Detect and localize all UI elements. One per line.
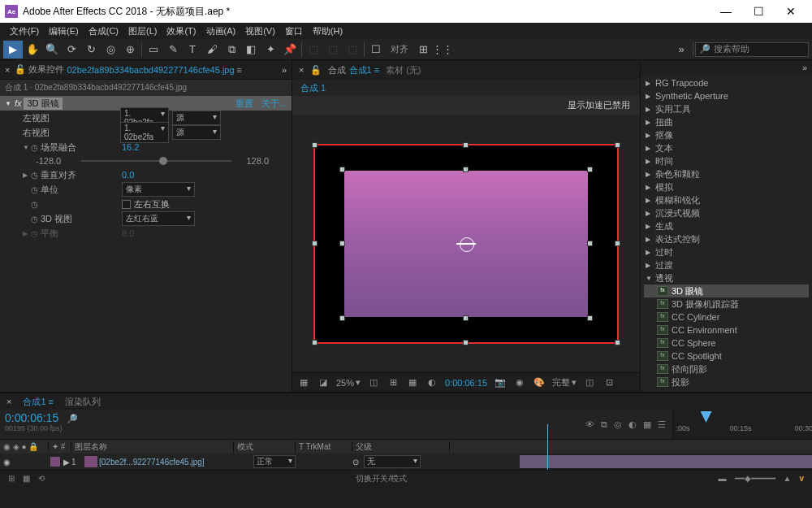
ep-cat[interactable]: ▶时间	[644, 154, 809, 167]
scene-merge-slider[interactable]: -128.0 128.0	[0, 154, 292, 167]
vf-res-icon[interactable]: ◫	[367, 377, 380, 388]
roto-tool-icon[interactable]: ✦	[261, 41, 280, 59]
ep-item[interactable]: fx投影	[644, 376, 809, 389]
vf-mask-icon[interactable]: ◪	[317, 377, 330, 388]
tl-graph-icon[interactable]: ⧉	[601, 419, 607, 430]
tl-video-icon[interactable]: v	[799, 474, 804, 483]
layer-row[interactable]: ◉ ▶ 1 [02be2f...92277146cfe45.jpg] 正常▾ ⊙…	[0, 454, 520, 470]
sel-br[interactable]	[587, 315, 593, 321]
ep-cat[interactable]: ▶过时	[644, 245, 809, 258]
menu-view[interactable]: 视图(V)	[242, 24, 279, 39]
ep-cat[interactable]: ▶沉浸式视频	[644, 206, 809, 219]
camera-tool-icon[interactable]: ◎	[101, 41, 120, 59]
layer-color[interactable]	[50, 457, 60, 467]
tl-brainstorm-icon[interactable]: ☰	[658, 419, 666, 430]
col-trkmat[interactable]: T TrkMat	[296, 442, 352, 451]
about-link[interactable]: 关于...	[261, 98, 287, 110]
sel-r[interactable]	[587, 241, 593, 246]
viewer-tab-footage[interactable]: 素材 (无)	[386, 64, 421, 76]
handle-tl[interactable]	[312, 142, 317, 148]
ep-item[interactable]: fx3D 摄像机跟踪器	[644, 297, 809, 310]
snap-checkbox[interactable]: ☐	[366, 41, 386, 59]
maximize-button[interactable]: ☐	[742, 0, 775, 23]
ep-item[interactable]: fxCC Sphere	[644, 336, 809, 350]
viewer-close-icon[interactable]: ×	[299, 65, 304, 75]
reset-link[interactable]: 重置	[235, 98, 253, 110]
sel-l[interactable]	[339, 241, 345, 246]
tl-motionblur-icon[interactable]: ◐	[628, 419, 637, 430]
menu-edit[interactable]: 编辑(E)	[45, 24, 82, 39]
handle-t[interactable]	[463, 142, 469, 148]
viewer-canvas[interactable]	[292, 115, 640, 372]
snap2-icon[interactable]: ⋮⋮	[433, 41, 452, 59]
tl-shy-icon[interactable]: 👁	[585, 419, 594, 429]
vf-time[interactable]: 0:00:06:15	[445, 378, 487, 388]
col-parent[interactable]: 父级	[352, 441, 450, 453]
tl-cache-icon[interactable]: ▦	[643, 419, 651, 430]
tl-search-icon[interactable]: 🔎	[67, 414, 78, 424]
selection-tool-icon[interactable]: ▶	[3, 41, 23, 59]
workspace-icon[interactable]: »	[672, 41, 691, 59]
scene-merge-value[interactable]: 16.2	[122, 142, 139, 152]
handle-br[interactable]	[615, 340, 620, 345]
swap-checkbox[interactable]	[122, 200, 131, 209]
col-mode[interactable]: 模式	[234, 441, 296, 453]
clone-tool-icon[interactable]: ⧉	[222, 41, 241, 59]
tl-frame-icon[interactable]: ▦	[23, 474, 30, 483]
handle-r[interactable]	[615, 241, 620, 246]
ep-cat[interactable]: ▶扭曲	[644, 115, 809, 128]
eraser-tool-icon[interactable]: ◧	[241, 41, 261, 59]
tl-tab-render[interactable]: 渲染队列	[65, 396, 101, 408]
hand-tool-icon[interactable]: ✋	[23, 41, 42, 59]
vf-exposure-icon[interactable]: ◫	[583, 377, 596, 388]
pen-tool-icon[interactable]: ✎	[163, 41, 183, 59]
sel-tl[interactable]	[339, 167, 345, 172]
current-time[interactable]: 0:00:06:15	[5, 411, 58, 424]
layer-name[interactable]: [02be2f...92277146cfe45.jpg]	[99, 458, 253, 467]
ep-item[interactable]: fxCC Spotlight	[644, 350, 809, 363]
left-source-select[interactable]: 源▾	[172, 111, 221, 125]
ep-cat[interactable]: ▶表达式控制	[644, 232, 809, 245]
close-button[interactable]: ✕	[775, 0, 807, 23]
rotate-tool-icon[interactable]: ↻	[81, 41, 101, 59]
sel-bl[interactable]	[339, 315, 345, 321]
viewer-tab-comp[interactable]: 合成 合成1 ≡	[328, 64, 379, 76]
res-select[interactable]: 完整▾	[552, 376, 577, 389]
vert-align-value[interactable]: 0.0	[122, 170, 134, 180]
sel-tr[interactable]	[587, 167, 593, 172]
ep-cat[interactable]: ▶杂色和颗粒	[644, 167, 809, 180]
vf-layers-icon[interactable]: ▦	[297, 377, 310, 388]
viewer-lock-icon[interactable]: 🔓	[310, 65, 322, 76]
sel-t[interactable]	[463, 167, 469, 172]
vf-graph-icon[interactable]: ◉	[513, 377, 526, 388]
unit-select[interactable]: 像素▾	[122, 182, 195, 197]
blend-mode-select[interactable]: 正常▾	[253, 455, 296, 468]
ep-cat[interactable]: ▶模糊和锐化	[644, 193, 809, 206]
help-search-input[interactable]: 🔎 搜索帮助	[695, 42, 809, 57]
vf-color-icon[interactable]: 🎨	[533, 377, 546, 388]
ep-cat[interactable]: ▶Synthetic Aperture	[644, 89, 809, 102]
ep-cat-open[interactable]: ▼透视	[644, 271, 809, 284]
ep-item[interactable]: fxCC Environment	[644, 323, 809, 336]
vf-safe-icon[interactable]: ⊞	[387, 377, 400, 388]
ep-cat[interactable]: ▶实用工具	[644, 102, 809, 115]
menu-anim[interactable]: 动画(A)	[203, 24, 240, 39]
menu-layer[interactable]: 图层(L)	[125, 24, 160, 39]
ep-cat[interactable]: ▶模拟	[644, 180, 809, 193]
ep-menu-icon[interactable]: »	[802, 63, 807, 72]
right-source-select[interactable]: 源▾	[172, 125, 221, 140]
anchor-tool-icon[interactable]: ⊕	[120, 41, 140, 59]
visibility-toggle[interactable]: ◉	[0, 458, 13, 467]
ep-cat[interactable]: ▶抠像	[644, 128, 809, 141]
handle-bl[interactable]	[312, 340, 317, 345]
vf-roi-icon[interactable]: ⊡	[603, 377, 615, 388]
pickwhip-icon[interactable]: ⊙	[352, 458, 364, 467]
panel-menu-icon[interactable]: »	[282, 65, 287, 75]
layer-duration-bar[interactable]	[520, 455, 812, 468]
vf-grid-icon[interactable]: ▦	[406, 377, 419, 388]
zoom-select[interactable]: 25%▾	[336, 377, 361, 388]
tl-draft3d-icon[interactable]: ◎	[614, 419, 622, 430]
menu-help[interactable]: 帮助(H)	[309, 24, 346, 39]
time-ruler[interactable]: :00s 00:15s 00:30s 00:00:45s 01:0	[673, 410, 813, 439]
view3d-select[interactable]: 左红右蓝▾	[122, 211, 195, 226]
